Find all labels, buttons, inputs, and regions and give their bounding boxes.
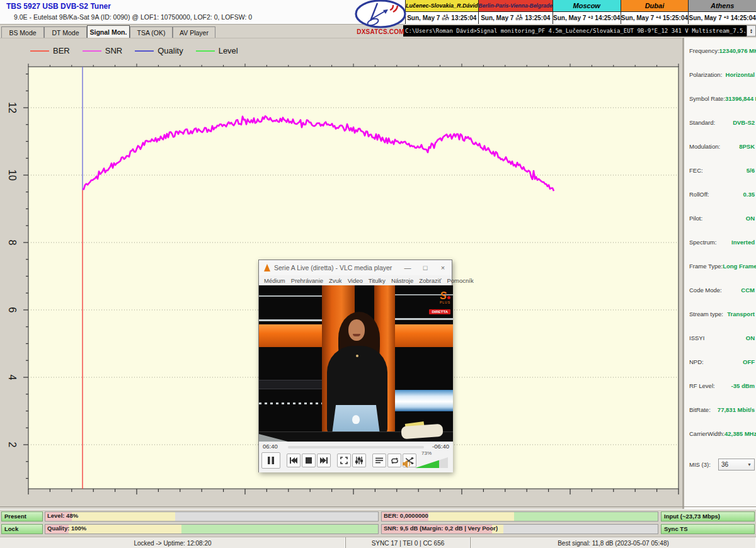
vlc-menu-2[interactable]: Zvuk [329,277,342,284]
minimize-button[interactable]: — [399,264,416,271]
param-row-frequency: Frequency:12340,976 MHz [689,47,755,54]
vlc-video-frame[interactable]: S PLUS DIRETTA [259,285,453,442]
time-remaining: -06:40 [432,443,449,450]
equalizer-button[interactable] [352,454,366,467]
stop-button[interactable] [302,454,316,467]
mis-select[interactable]: 36 ▼ [718,459,755,471]
param-label: Pilot: [689,215,702,222]
pause-button[interactable] [261,452,280,469]
param-label: RF Level: [689,382,715,389]
legend-line-icon [83,50,101,52]
param-label: Frequency: [689,47,719,54]
terminal-window[interactable]: C:\Users\Roman Dávid>Signal monitoring_P… [403,25,747,37]
next-button[interactable] [317,454,331,467]
scroll-down-icon[interactable]: ▼ [750,31,753,34]
param-value: Horizontal [726,71,755,78]
legend-label: Level [219,46,238,55]
param-value: 5/6 [747,167,755,174]
seek-bar[interactable] [288,446,424,448]
param-value: 0.35 [743,191,755,198]
previous-button[interactable] [287,454,301,467]
param-value: Transport [727,311,755,317]
vlc-menu-0[interactable]: Médium [264,277,285,284]
bar-zone [181,525,378,534]
fullscreen-icon [340,457,348,464]
close-button[interactable]: × [434,264,452,271]
param-label: Polarization: [689,71,722,78]
param-value: -35 dBm [731,382,755,389]
svg-text:8: 8 [7,240,18,246]
quality-bar [45,524,379,534]
mis-value: 36 [721,461,728,468]
studio-panel [259,380,322,389]
vlc-menu-3[interactable]: Video [348,277,363,284]
tab-signal-mon-[interactable]: Signal Mon. [87,25,130,38]
param-value: Inverted [731,239,755,246]
legend-label: BER [53,46,70,55]
param-row-rflevel: RF Level:-35 dBm [689,382,755,389]
param-row-pilot: Pilot:ON [689,215,755,222]
param-value: DVB-S2 [733,119,755,126]
studio-blue-band [393,390,453,411]
channel-logo-dot [447,296,450,299]
param-row-carrierwidth: CarrierWidth:42,385 MHz [689,430,755,437]
studio-stripe [259,295,322,297]
playlist-button[interactable] [372,454,386,467]
presenter-face [348,319,365,341]
tab-av-player[interactable]: AV Player [173,26,215,38]
status-bar: Locked -> Uptime: 12:08:20 SYNC 17 | TEI… [0,537,756,548]
channel-logo: S PLUS DIRETTA [416,290,450,313]
param-label: FEC: [689,167,703,174]
vlc-menubar: MédiumPrehrávanieZvukVideoTitulkyNástroj… [259,275,452,285]
vlc-menu-7[interactable]: Pomocník [447,277,474,284]
tab-tsa-ok-[interactable]: TSA (OK) [130,26,173,38]
param-label: Modulation: [689,143,720,150]
utc-offset: +3 [588,16,593,19]
world-clock: MoscowSun, May 7+314:25:04 [553,0,621,24]
vlc-menu-4[interactable]: Titulky [369,277,386,284]
clock-city: Berlin-Paris-Vienna-Belgrade [479,0,553,12]
param-label: Code Mode: [689,287,722,294]
loop-button[interactable] [387,454,401,467]
lock-indicator: Lock [1,524,43,534]
legend-line-icon [196,50,215,52]
param-value: CCM [741,287,755,294]
clock-time: Sun, May 7+1DST13:25:04 [406,12,478,24]
clock-time: Sun, May 7+1DST13:25:04 [479,12,553,24]
clock-date: Sun, May 7 [553,14,586,21]
param-row-fec: FEC:5/6 [689,167,755,174]
param-row-npd: NPD:OFF [689,358,755,365]
vlc-menu-1[interactable]: Prehrávanie [291,277,323,284]
param-row-rolloff: RollOff:0.35 [689,191,755,198]
vlc-window[interactable]: Serie A Live (diretta) - VLC media playe… [258,260,452,472]
param-value: 8PSK [739,143,755,150]
param-value: 12340,976 MHz [719,47,756,54]
status-row-1: Present Level: 48% BER: 0,0000000 Input … [0,511,756,522]
param-label: ISSYI [689,334,704,341]
param-label: NPD: [689,358,704,365]
dst-flag: DST [515,18,523,21]
tab-dt-mode[interactable]: DT Mode [44,26,87,38]
fullscreen-button[interactable] [337,454,351,467]
playlist-icon [375,457,383,464]
vlc-titlebar[interactable]: Serie A Live (diretta) - VLC media playe… [259,260,452,275]
volume-percentage: 73% [421,450,432,456]
svg-text:2: 2 [7,442,18,448]
legend-item-snr: SNR [83,46,122,55]
speaker-icon [403,460,411,468]
studio-dotted-stripe [259,402,322,404]
maximize-button[interactable]: □ [416,264,434,271]
volume-slider[interactable] [415,457,448,468]
tab-bs-mode[interactable]: BS Mode [1,26,44,38]
vlc-menu-6[interactable]: Zobraziť [419,277,441,284]
dst-flag: DST [442,18,449,21]
chart-legend: BERSNRQualityLevel [30,46,238,55]
volume-control[interactable]: 73% [403,450,449,469]
param-label: Symbol Rate: [689,95,725,102]
param-row-streamtype: Stream type:Transport [689,311,755,317]
clock-city: Dubai [621,0,689,12]
terminal-scrollbar[interactable]: ▲ ▼ [747,25,756,37]
vlc-menu-5[interactable]: Nástroje [391,277,413,284]
equalizer-icon [355,457,363,464]
vlc-button-row [261,452,418,469]
